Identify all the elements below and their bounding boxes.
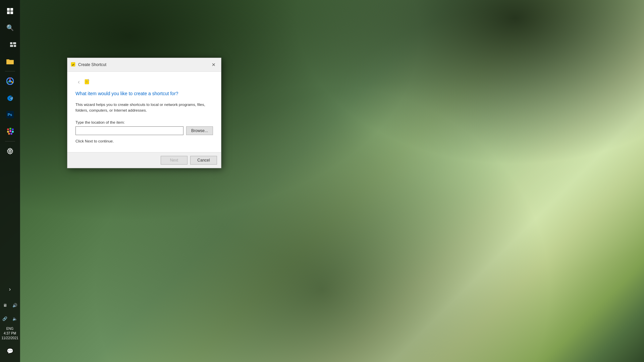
screen-button[interactable]: 🖥 xyxy=(0,301,10,310)
svg-point-17 xyxy=(9,150,11,152)
chrome-icon xyxy=(6,77,14,85)
dialog-nav: ‹ xyxy=(75,78,213,85)
edge-button[interactable] xyxy=(3,90,17,105)
create-shortcut-dialog: Create Shortcut ✕ ‹ xyxy=(67,58,221,168)
task-view-icon xyxy=(4,42,10,48)
dialog-footer: Next Cancel xyxy=(67,152,221,168)
dialog-description: This wizard helps you to create shortcut… xyxy=(75,102,213,114)
windows-icon xyxy=(7,8,13,14)
svg-point-13 xyxy=(9,130,11,132)
svg-point-16 xyxy=(10,133,12,135)
svg-point-10 xyxy=(9,128,11,130)
speakers-button[interactable]: 🔊 xyxy=(10,301,20,310)
svg-rect-2 xyxy=(10,45,13,47)
svg-rect-0 xyxy=(10,42,12,44)
task-view-icon-svg xyxy=(10,42,16,47)
svg-rect-3 xyxy=(14,45,16,47)
volume-button[interactable]: 🔈 xyxy=(10,314,20,323)
browse-button[interactable]: Browse... xyxy=(186,126,213,135)
dialog-title-left: Create Shortcut xyxy=(71,62,106,67)
svg-point-9 xyxy=(7,128,9,130)
svg-rect-18 xyxy=(71,62,75,66)
taskbar-bottom: › 🖥 🔊 🔗 🔈 ENG 4:37 PM 11/22/2021 💬 xyxy=(0,281,20,359)
photoshop-icon: Ps xyxy=(6,111,14,118)
taskbar-separator-2 xyxy=(5,141,15,141)
tray-icons-2: 🔗 🔈 xyxy=(0,313,20,324)
svg-point-8 xyxy=(9,80,11,82)
search-icon: 🔍 xyxy=(6,24,14,32)
dialog-title-text: Create Shortcut xyxy=(78,62,106,67)
desktop: 🔍 xyxy=(0,0,644,362)
clock-time: 4:37 PM xyxy=(1,331,18,336)
dialog-title-icon xyxy=(71,62,76,67)
file-explorer-icon xyxy=(6,58,14,64)
network-button[interactable]: 🔗 xyxy=(0,314,10,323)
svg-point-11 xyxy=(12,128,14,130)
svg-rect-1 xyxy=(13,42,16,44)
language-indicator: ENG xyxy=(1,326,18,331)
photoshop-button[interactable]: Ps xyxy=(3,107,17,122)
taskbar: 🔍 xyxy=(0,0,20,362)
svg-point-15 xyxy=(8,133,10,135)
shortcut-wizard-icon xyxy=(85,79,91,85)
svg-point-14 xyxy=(12,131,14,133)
back-button[interactable]: ‹ xyxy=(75,78,82,85)
settings-icon xyxy=(6,147,14,155)
clock-date: 11/22/2021 xyxy=(1,336,18,341)
form-row: Browse... xyxy=(75,126,213,135)
start-button[interactable] xyxy=(3,4,17,18)
chrome-button[interactable] xyxy=(3,74,17,88)
paint-button[interactable] xyxy=(3,124,17,139)
hint-text: Click Next to continue. xyxy=(75,139,213,143)
cancel-button[interactable]: Cancel xyxy=(190,156,217,165)
dialog-titlebar: Create Shortcut ✕ xyxy=(67,58,221,72)
edge-icon xyxy=(6,94,14,102)
dialog-body: ‹ What item would you like to create a s… xyxy=(67,72,221,152)
next-button[interactable]: Next xyxy=(161,156,187,165)
location-label: Type the location of the item: xyxy=(75,120,213,124)
svg-point-12 xyxy=(7,131,9,133)
settings-button[interactable] xyxy=(3,144,17,159)
location-input[interactable] xyxy=(75,126,183,135)
taskbar-clock[interactable]: ENG 4:37 PM 11/22/2021 xyxy=(1,325,18,342)
file-explorer-button[interactable] xyxy=(3,54,17,69)
wizard-icon xyxy=(84,78,91,85)
dialog-overlay: Create Shortcut ✕ ‹ xyxy=(20,0,644,362)
notification-button[interactable]: 💬 xyxy=(3,344,17,358)
dialog-heading: What item would you like to create a sho… xyxy=(75,90,213,97)
expand-button[interactable]: › xyxy=(3,282,17,297)
dialog-close-button[interactable]: ✕ xyxy=(210,61,218,69)
shortcut-icon xyxy=(71,62,76,67)
search-button[interactable]: 🔍 xyxy=(3,20,17,35)
taskbar-separator-1 xyxy=(5,71,15,71)
task-view-button[interactable] xyxy=(3,37,17,52)
paint-icon xyxy=(6,128,14,135)
system-tray-icons: 🖥 🔊 xyxy=(0,298,20,312)
